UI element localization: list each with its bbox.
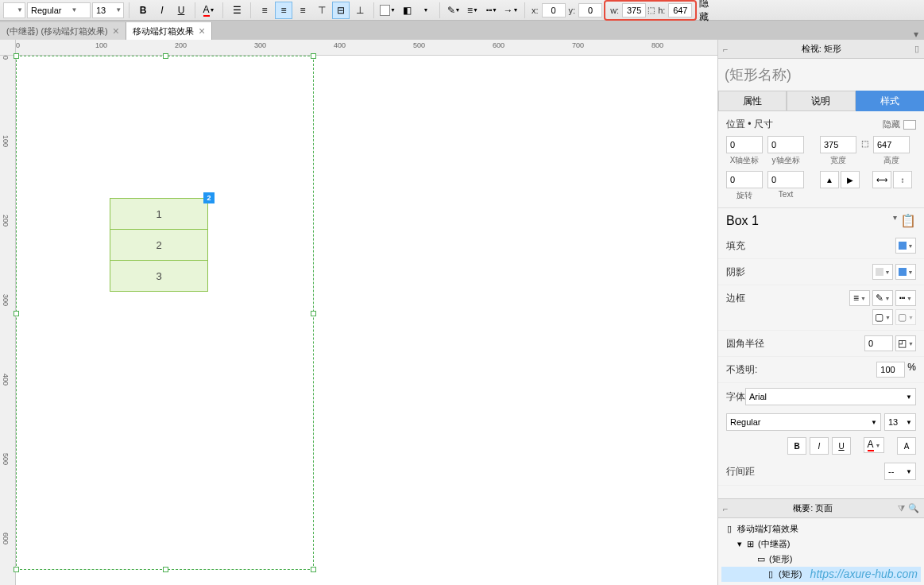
valign-middle-button[interactable]: ⊟ xyxy=(332,2,350,19)
text-color-dropdown[interactable]: A▼ xyxy=(864,437,884,453)
collapse-icon[interactable]: ⌐ xyxy=(723,504,728,513)
wh-highlighted-group: w: ⬚ h: xyxy=(604,0,697,21)
y-pos-input[interactable] xyxy=(767,136,804,153)
canvas[interactable]: 2 1 2 3 xyxy=(16,56,717,585)
italic-button[interactable]: I xyxy=(153,2,171,19)
fill-color-dropdown[interactable]: ▼ xyxy=(895,238,916,254)
align-right-button[interactable]: ≡ xyxy=(294,2,311,19)
resize-handle-w[interactable] xyxy=(14,311,19,316)
repeater-widget[interactable]: 2 1 2 3 xyxy=(110,199,208,292)
radius-input[interactable] xyxy=(864,335,893,351)
opacity-input[interactable] xyxy=(876,362,905,378)
flip-h-button[interactable]: ▲ xyxy=(820,171,839,188)
tabs-overflow-icon[interactable]: ▾ xyxy=(908,29,924,40)
list-button[interactable]: ☰ xyxy=(228,2,245,19)
font-family-dropdown[interactable]: Arial▼ xyxy=(745,388,916,405)
fit-height-button[interactable]: ↕ xyxy=(893,171,912,188)
font-weight-dropdown[interactable]: Regular▼ xyxy=(27,2,91,18)
line-height-dropdown[interactable]: --▼ xyxy=(884,463,916,480)
tree-item-page[interactable]: ▯ 移动端灯箱效果 xyxy=(721,521,921,537)
valign-bottom-button[interactable]: ⊥ xyxy=(351,2,369,19)
copy-style-icon[interactable]: 📋 xyxy=(900,213,916,228)
collapse-icon[interactable]: ⌐ xyxy=(723,45,728,54)
h-input[interactable] xyxy=(668,3,692,17)
fill-color-button[interactable]: ▼ xyxy=(379,2,396,19)
resize-handle-e[interactable] xyxy=(311,311,316,316)
border-style-dropdown[interactable]: ┅▼ xyxy=(895,290,916,306)
border-width-dropdown[interactable]: ≡▼ xyxy=(849,290,870,306)
text-color-button[interactable]: A▼ xyxy=(200,2,218,19)
text-shadow-button[interactable]: A xyxy=(897,437,916,455)
line-color-button[interactable]: ✎▼ xyxy=(445,2,462,19)
italic-button[interactable]: I xyxy=(810,437,829,455)
rotation-input[interactable] xyxy=(726,171,763,188)
close-icon[interactable]: × xyxy=(199,25,205,37)
fill-label: 填充 xyxy=(726,239,745,253)
lock-aspect-icon[interactable]: ⬚ xyxy=(648,6,655,14)
x-label: x: xyxy=(532,6,539,15)
hide-toggle[interactable]: 隐藏 xyxy=(883,118,916,130)
repeater-row[interactable]: 3 xyxy=(110,260,208,292)
font-size-dropdown[interactable]: 13▼ xyxy=(884,413,916,431)
underline-button[interactable]: U xyxy=(832,437,851,455)
resize-handle-sw[interactable] xyxy=(14,567,19,572)
width-input[interactable] xyxy=(820,136,856,153)
border-color-dropdown[interactable]: ✎▼ xyxy=(872,290,893,306)
border-visibility-dropdown[interactable]: ▢▼ xyxy=(872,309,893,325)
search-icon[interactable]: 🔍 xyxy=(908,503,919,513)
tab-repeater[interactable]: (中继器) (移动端灯箱效果) × xyxy=(0,22,126,40)
valign-top-button[interactable]: ⊤ xyxy=(313,2,331,19)
page-icon[interactable]: ▯ xyxy=(914,44,919,54)
bold-button[interactable]: B xyxy=(134,2,152,19)
align-center-button[interactable]: ≡ xyxy=(275,2,292,19)
lock-aspect-icon[interactable]: ⬚ xyxy=(861,139,868,148)
tree-item-repeater[interactable]: ▾ ⊞ (中继器) xyxy=(721,537,921,552)
tab-notes[interactable]: 说明 xyxy=(787,91,855,111)
repeater-row[interactable]: 2 xyxy=(110,229,208,261)
ruler-horizontal: 0 100 200 300 400 500 600 700 800 xyxy=(16,40,717,56)
repeater-row[interactable]: 1 xyxy=(110,198,208,230)
line-style-button[interactable]: ┅▼ xyxy=(483,2,501,19)
shape-name-field[interactable]: (矩形名称) xyxy=(718,59,924,91)
tab-properties[interactable]: 属性 xyxy=(718,91,787,111)
resize-handle-ne[interactable] xyxy=(311,53,316,59)
outer-shadow-dropdown[interactable]: ▼ xyxy=(872,264,893,280)
border-corner-dropdown[interactable]: ▢▼ xyxy=(895,309,916,325)
y-input[interactable] xyxy=(578,3,602,17)
tree-item-rect[interactable]: ▭ (矩形) xyxy=(721,552,921,567)
font-weight-dropdown[interactable]: Regular▼ xyxy=(726,413,881,431)
tab-style[interactable]: 样式 xyxy=(856,91,924,111)
hide-button[interactable]: 隐藏 xyxy=(698,2,716,19)
radius-corners-dropdown[interactable]: ◰▼ xyxy=(895,335,916,351)
resize-handle-n[interactable] xyxy=(163,53,168,59)
font-size-dropdown[interactable]: 13▼ xyxy=(92,2,124,18)
x-pos-input[interactable] xyxy=(726,136,763,153)
align-left-button[interactable]: ≡ xyxy=(256,2,273,19)
resize-handle-se[interactable] xyxy=(311,567,316,572)
x-input[interactable] xyxy=(542,3,566,17)
shadow-button[interactable]: ◧ xyxy=(398,2,416,19)
inner-shadow-dropdown[interactable]: ▼ xyxy=(895,264,916,280)
unknown-dropdown[interactable]: ▼ xyxy=(3,2,25,18)
tab-label: 移动端灯箱效果 xyxy=(133,25,194,37)
arrow-button[interactable]: →▼ xyxy=(502,2,520,19)
w-input[interactable] xyxy=(622,3,646,17)
inner-shadow-button[interactable]: ▼ xyxy=(417,2,435,19)
resize-handle-s[interactable] xyxy=(163,567,168,572)
expand-icon[interactable]: ▾ xyxy=(737,539,742,549)
filter-icon[interactable]: ⧩ xyxy=(898,503,905,513)
resize-handle-nw[interactable] xyxy=(14,53,19,59)
close-icon[interactable]: × xyxy=(113,25,119,37)
fit-width-button[interactable]: ⟷ xyxy=(872,171,891,188)
box-style-name[interactable]: Box 1 ▾📋 xyxy=(718,208,924,233)
line-width-button[interactable]: ≡▼ xyxy=(464,2,481,19)
text-rotation-input[interactable] xyxy=(767,171,804,188)
underline-button[interactable]: U xyxy=(172,2,190,19)
tab-mobile-lightbox[interactable]: 移动端灯箱效果 × xyxy=(126,22,212,40)
flip-v-button[interactable]: ▶ xyxy=(841,171,860,188)
height-input[interactable] xyxy=(873,136,910,153)
bold-button[interactable]: B xyxy=(787,437,806,455)
w-label: w: xyxy=(610,6,619,15)
repeater-badge: 2 xyxy=(203,192,215,203)
inspector-tabs: 属性 说明 样式 xyxy=(718,91,924,111)
